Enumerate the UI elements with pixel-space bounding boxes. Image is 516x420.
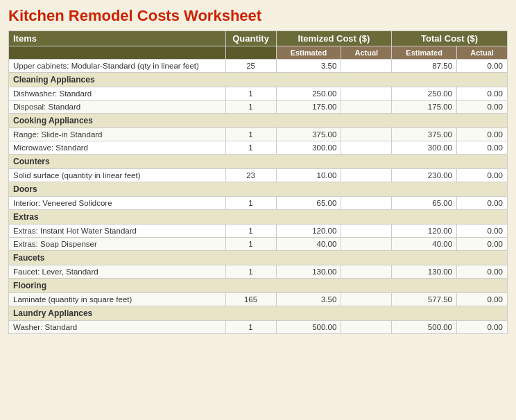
table-row: Microwave: Standard 1 300.00 300.00 0.00 [9, 141, 508, 155]
item-test: 120.00 [392, 225, 457, 238]
item-tact: 0.00 [457, 141, 508, 155]
item-qty: 1 [225, 225, 276, 238]
item-act [341, 169, 392, 182]
category-label: Counters [9, 155, 508, 169]
item-name: Range: Slide-in Standard [9, 128, 226, 141]
table-row: Dishwasher: Standard 1 250.00 250.00 0.0… [9, 87, 508, 100]
item-act [341, 197, 392, 210]
item-est: 65.00 [276, 197, 341, 210]
item-est: 130.00 [276, 265, 341, 279]
cost-table: Items Quantity Itemized Cost ($) Total C… [8, 30, 508, 334]
item-tact: 0.00 [457, 238, 508, 251]
table-row: Interior: Veneered Solidcore 1 65.00 65.… [9, 197, 508, 210]
item-name: Laminate (quantity in square feet) [9, 293, 226, 306]
item-act [341, 141, 392, 155]
item-name: Solid surface (quantity in linear feet) [9, 169, 226, 182]
item-tact: 0.00 [457, 321, 508, 334]
item-qty: 1 [225, 321, 276, 334]
item-name: Disposal: Standard [9, 100, 226, 114]
item-qty: 1 [225, 87, 276, 100]
item-test: 250.00 [392, 87, 457, 100]
category-label: Flooring [9, 279, 508, 293]
item-qty: 25 [225, 60, 276, 73]
item-test: 577.50 [392, 293, 457, 306]
item-qty: 1 [225, 128, 276, 141]
category-row: Extras [9, 210, 508, 225]
item-act [341, 225, 392, 238]
col-items-header: Items [9, 31, 226, 46]
category-row: Laundry Appliances [9, 306, 508, 321]
table-row: Upper cabinets: Modular-Standard (qty in… [9, 60, 508, 73]
item-test: 375.00 [392, 128, 457, 141]
item-tact: 0.00 [457, 169, 508, 182]
col-est-header: Estimated [276, 46, 341, 60]
item-name: Upper cabinets: Modular-Standard (qty in… [9, 60, 226, 73]
item-tact: 0.00 [457, 87, 508, 100]
item-tact: 0.00 [457, 293, 508, 306]
item-tact: 0.00 [457, 60, 508, 73]
table-body: Upper cabinets: Modular-Standard (qty in… [9, 60, 508, 334]
item-name: Faucet: Lever, Standard [9, 265, 226, 279]
col-total-header: Total Cost ($) [392, 31, 508, 46]
item-name: Microwave: Standard [9, 141, 226, 155]
item-est: 250.00 [276, 87, 341, 100]
table-row: Disposal: Standard 1 175.00 175.00 0.00 [9, 100, 508, 114]
item-qty: 165 [225, 293, 276, 306]
table-row: Extras: Soap Dispenser 1 40.00 40.00 0.0… [9, 238, 508, 251]
item-test: 65.00 [392, 197, 457, 210]
table-row: Faucet: Lever, Standard 1 130.00 130.00 … [9, 265, 508, 279]
item-name: Interior: Veneered Solidcore [9, 197, 226, 210]
item-tact: 0.00 [457, 128, 508, 141]
item-est: 175.00 [276, 100, 341, 114]
item-qty: 1 [225, 100, 276, 114]
col-tact-header: Actual [457, 46, 508, 60]
item-tact: 0.00 [457, 100, 508, 114]
item-act [341, 293, 392, 306]
item-act [341, 60, 392, 73]
item-act [341, 128, 392, 141]
item-tact: 0.00 [457, 225, 508, 238]
category-label: Cleaning Appliances [9, 73, 508, 87]
item-qty: 1 [225, 265, 276, 279]
item-act [341, 321, 392, 334]
item-est: 3.50 [276, 60, 341, 73]
table-row: Extras: Instant Hot Water Standard 1 120… [9, 225, 508, 238]
item-est: 300.00 [276, 141, 341, 155]
item-est: 10.00 [276, 169, 341, 182]
item-tact: 0.00 [457, 265, 508, 279]
item-qty: 1 [225, 197, 276, 210]
item-qty: 23 [225, 169, 276, 182]
category-label: Faucets [9, 251, 508, 265]
item-est: 3.50 [276, 293, 341, 306]
page-title: Kitchen Remodel Costs Worksheet [8, 7, 508, 25]
item-test: 87.50 [392, 60, 457, 73]
col-itemized-header: Itemized Cost ($) [276, 31, 392, 46]
page: Kitchen Remodel Costs Worksheet Items Qu… [0, 0, 516, 341]
col-test-header: Estimated [392, 46, 457, 60]
category-row: Cleaning Appliances [9, 73, 508, 87]
col-qty-sub [225, 46, 276, 60]
item-test: 130.00 [392, 265, 457, 279]
item-act [341, 87, 392, 100]
item-test: 175.00 [392, 100, 457, 114]
category-label: Doors [9, 182, 508, 197]
category-row: Faucets [9, 251, 508, 265]
category-row: Cooking Appliances [9, 114, 508, 128]
category-row: Flooring [9, 279, 508, 293]
item-test: 230.00 [392, 169, 457, 182]
col-items-sub [9, 46, 226, 60]
col-qty-header: Quantity [225, 31, 276, 46]
item-name: Extras: Soap Dispenser [9, 238, 226, 251]
item-tact: 0.00 [457, 197, 508, 210]
item-est: 40.00 [276, 238, 341, 251]
item-qty: 1 [225, 141, 276, 155]
table-row: Range: Slide-in Standard 1 375.00 375.00… [9, 128, 508, 141]
table-row: Laminate (quantity in square feet) 165 3… [9, 293, 508, 306]
category-row: Doors [9, 182, 508, 197]
item-est: 375.00 [276, 128, 341, 141]
item-name: Washer: Standard [9, 321, 226, 334]
item-test: 40.00 [392, 238, 457, 251]
item-name: Dishwasher: Standard [9, 87, 226, 100]
category-label: Extras [9, 210, 508, 225]
col-act-header: Actual [341, 46, 392, 60]
